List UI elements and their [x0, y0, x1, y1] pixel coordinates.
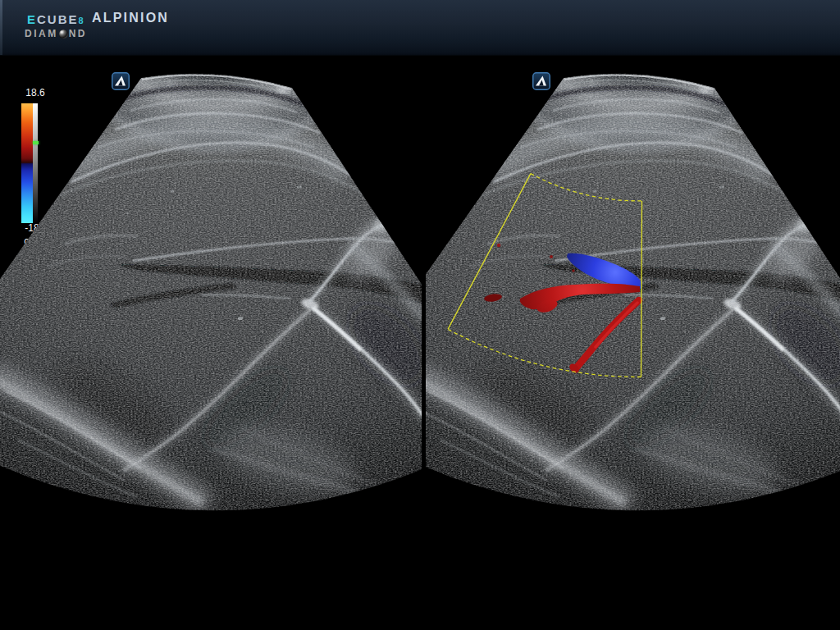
left-orientation-marker-icon — [112, 73, 130, 90]
ultrasound-screen: { "header": { "brand_e": "E", "brand_cub… — [0, 0, 840, 630]
ultrasound-image-area — [0, 0, 840, 630]
doppler-red-speck — [497, 244, 500, 247]
right-orientation-marker-icon — [533, 73, 550, 90]
